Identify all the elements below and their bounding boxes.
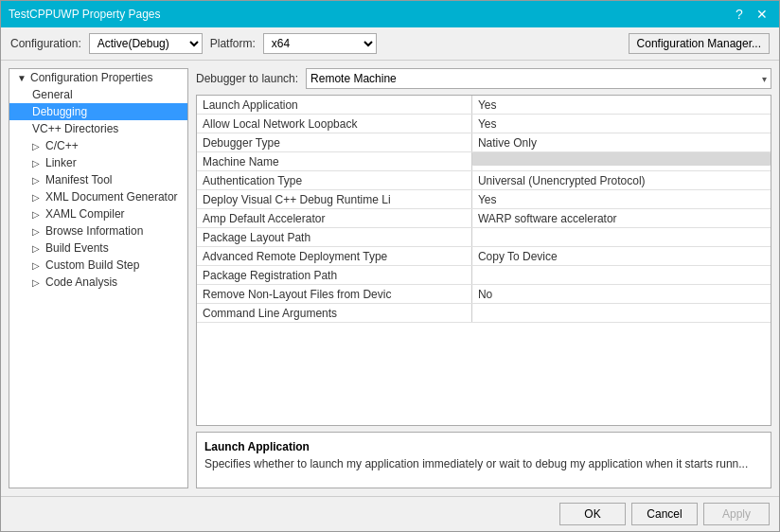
- prop-name: Package Layout Path: [197, 228, 472, 246]
- platform-select[interactable]: x64: [263, 33, 377, 54]
- sidebar-label: XML Document Generator: [45, 190, 178, 204]
- prop-name: Machine Name: [197, 152, 472, 170]
- sidebar-item-xml-doc[interactable]: ▷ XML Document Generator: [9, 188, 187, 205]
- toolbar: Configuration: Active(Debug) Platform: x…: [1, 27, 779, 61]
- title-bar-controls: ? ✕: [730, 6, 771, 23]
- expand-arrow: ▼: [17, 73, 28, 83]
- prop-name: Deploy Visual C++ Debug Runtime Li: [197, 190, 472, 208]
- sidebar-label: Custom Build Step: [45, 258, 139, 272]
- sidebar-label: Configuration Properties: [30, 71, 152, 84]
- prop-value: Yes: [472, 190, 771, 208]
- expand-arrow: ▷: [32, 192, 44, 203]
- sidebar-item-vc-dirs[interactable]: VC++ Directories: [9, 120, 187, 137]
- sidebar-label: Manifest Tool: [45, 173, 112, 186]
- prop-row-package-layout[interactable]: Package Layout Path: [197, 228, 771, 247]
- prop-value: Native Only: [472, 133, 771, 151]
- expand-arrow: ▷: [32, 141, 44, 151]
- ok-button[interactable]: OK: [559, 503, 626, 525]
- sidebar-label: Linker: [45, 156, 77, 169]
- prop-row-cmd-args[interactable]: Command Line Arguments: [197, 304, 771, 323]
- description-text: Specifies whether to launch my applicati…: [204, 457, 763, 470]
- expand-arrow: ▷: [32, 226, 44, 237]
- bottom-bar: OK Cancel Apply: [1, 496, 779, 531]
- debugger-combo[interactable]: Remote Machine ▾: [306, 68, 771, 89]
- cancel-button[interactable]: Cancel: [631, 503, 698, 525]
- combo-arrow-icon: ▾: [762, 74, 767, 84]
- prop-value: No: [472, 285, 771, 303]
- prop-row-remove-files[interactable]: Remove Non-Layout Files from Devic No: [197, 285, 771, 304]
- prop-name: Authentication Type: [197, 171, 472, 189]
- sidebar-label: XAML Compiler: [45, 207, 125, 221]
- prop-value: WARP software accelerator: [472, 209, 771, 227]
- sidebar-item-cpp[interactable]: ▷ C/C++: [9, 137, 187, 154]
- prop-value-blurred: [472, 152, 771, 166]
- expand-arrow: ▷: [32, 175, 44, 186]
- right-panel: Debugger to launch: Remote Machine ▾ Lau…: [196, 68, 771, 488]
- debugger-label: Debugger to launch:: [196, 72, 298, 85]
- sidebar-label: C/C++: [45, 139, 79, 152]
- prop-value: Yes: [472, 96, 771, 114]
- sidebar-item-build-events[interactable]: ▷ Build Events: [9, 239, 187, 257]
- title-bar: TestCPPUWP Property Pages ? ✕: [1, 1, 779, 27]
- expand-arrow: ▷: [32, 260, 44, 271]
- debugger-row: Debugger to launch: Remote Machine ▾: [196, 68, 771, 89]
- prop-row-amp-accelerator[interactable]: Amp Default Accelerator WARP software ac…: [197, 209, 771, 228]
- description-title: Launch Application: [204, 440, 763, 453]
- prop-name: Advanced Remote Deployment Type: [197, 247, 472, 265]
- prop-value: [472, 266, 771, 284]
- sidebar-label: Build Events: [45, 241, 109, 255]
- help-button[interactable]: ?: [730, 6, 749, 23]
- sidebar-label: General: [32, 88, 73, 101]
- prop-row-loopback[interactable]: Allow Local Network Loopback Yes: [197, 115, 771, 133]
- sidebar-label: Code Analysis: [45, 275, 117, 289]
- prop-value: [472, 304, 771, 322]
- prop-row-debugger-type[interactable]: Debugger Type Native Only: [197, 133, 771, 152]
- prop-name: Remove Non-Layout Files from Devic: [197, 285, 472, 303]
- property-pages-window: TestCPPUWP Property Pages ? ✕ Configurat…: [0, 0, 780, 532]
- prop-value: Yes: [472, 115, 771, 133]
- prop-row-machine-name[interactable]: Machine Name: [197, 152, 771, 171]
- close-button[interactable]: ✕: [753, 6, 771, 23]
- window-title: TestCPPUWP Property Pages: [9, 8, 161, 21]
- prop-name: Launch Application: [197, 96, 472, 114]
- config-manager-button[interactable]: Configuration Manager...: [629, 33, 770, 54]
- config-select[interactable]: Active(Debug): [89, 33, 203, 54]
- prop-name: Debugger Type: [197, 133, 472, 151]
- prop-row-deploy-runtime[interactable]: Deploy Visual C++ Debug Runtime Li Yes: [197, 190, 771, 209]
- sidebar-item-browse[interactable]: ▷ Browse Information: [9, 222, 187, 239]
- sidebar-label: VC++ Directories: [32, 122, 118, 135]
- expand-arrow: ▷: [32, 209, 44, 220]
- prop-name: Amp Default Accelerator: [197, 209, 472, 227]
- platform-label: Platform:: [210, 37, 256, 50]
- prop-row-auth-type[interactable]: Authentication Type Universal (Unencrypt…: [197, 171, 771, 190]
- sidebar-item-debugging[interactable]: Debugging: [9, 103, 187, 120]
- sidebar-label: Debugging: [32, 105, 87, 118]
- apply-button[interactable]: Apply: [703, 503, 770, 525]
- prop-value: Universal (Unencrypted Protocol): [472, 171, 771, 189]
- sidebar-item-manifest[interactable]: ▷ Manifest Tool: [9, 171, 187, 188]
- expand-arrow: ▷: [32, 243, 44, 254]
- debugger-value: Remote Machine: [310, 72, 397, 85]
- prop-row-launch-app[interactable]: Launch Application Yes: [197, 96, 771, 115]
- sidebar-label: Browse Information: [45, 224, 143, 238]
- left-panel: ▼ Configuration Properties General Debug…: [9, 68, 188, 488]
- prop-name: Command Line Arguments: [197, 304, 472, 322]
- sidebar-item-xaml[interactable]: ▷ XAML Compiler: [9, 205, 187, 222]
- description-panel: Launch Application Specifies whether to …: [196, 432, 771, 488]
- main-content: ▼ Configuration Properties General Debug…: [1, 61, 779, 496]
- sidebar-item-linker[interactable]: ▷ Linker: [9, 154, 187, 171]
- prop-name: Package Registration Path: [197, 266, 472, 284]
- config-label: Configuration:: [10, 37, 81, 50]
- prop-value: [472, 228, 771, 246]
- sidebar-item-general[interactable]: General: [9, 86, 187, 103]
- sidebar-item-custom-build[interactable]: ▷ Custom Build Step: [9, 257, 187, 274]
- sidebar-item-config-props[interactable]: ▼ Configuration Properties: [9, 69, 187, 86]
- expand-arrow: ▷: [32, 277, 44, 288]
- sidebar-item-code-analysis[interactable]: ▷ Code Analysis: [9, 274, 187, 291]
- prop-name: Allow Local Network Loopback: [197, 115, 472, 133]
- prop-row-advanced-deploy[interactable]: Advanced Remote Deployment Type Copy To …: [197, 247, 771, 266]
- expand-arrow: ▷: [32, 158, 44, 168]
- properties-grid: Launch Application Yes Allow Local Netwo…: [196, 95, 771, 426]
- prop-value: Copy To Device: [472, 247, 771, 265]
- prop-row-pkg-reg[interactable]: Package Registration Path: [197, 266, 771, 285]
